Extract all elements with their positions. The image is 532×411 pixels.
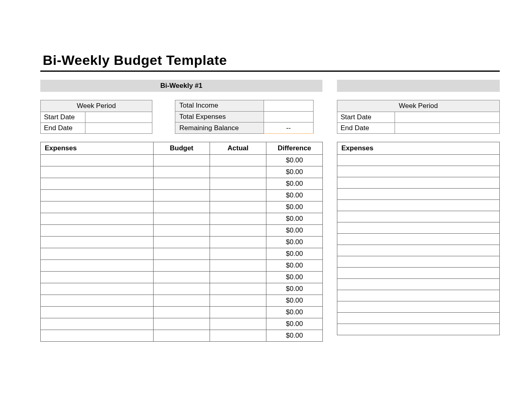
budget-cell[interactable] [154, 260, 210, 272]
expense-name-cell[interactable] [337, 200, 500, 211]
expense-name-cell[interactable] [337, 177, 500, 189]
expense-name-cell[interactable] [41, 307, 154, 318]
end-date-label-2: End Date [337, 123, 395, 134]
budget-cell[interactable] [154, 330, 210, 342]
expense-name-cell[interactable] [337, 256, 500, 268]
table-row [337, 313, 500, 324]
budget-cell[interactable] [154, 248, 210, 260]
expense-name-cell[interactable] [41, 330, 154, 342]
table-row: $0.00 [41, 213, 323, 225]
end-date-value-2[interactable] [395, 123, 499, 134]
actual-cell[interactable] [210, 225, 266, 237]
budget-cell[interactable] [154, 201, 210, 213]
expense-name-cell[interactable] [337, 301, 500, 313]
total-income-value[interactable] [264, 100, 313, 112]
budget-cell[interactable] [154, 295, 210, 307]
difference-cell: $0.00 [266, 318, 323, 330]
table-row [337, 301, 500, 313]
budget-cell[interactable] [154, 155, 210, 166]
expense-name-cell[interactable] [41, 295, 154, 307]
actual-cell[interactable] [210, 283, 266, 295]
start-date-value[interactable] [85, 112, 152, 123]
budget-cell[interactable] [154, 213, 210, 225]
table-row: $0.00 [41, 155, 323, 166]
expense-name-cell[interactable] [337, 211, 500, 222]
expense-name-cell[interactable] [337, 245, 500, 256]
table-row: $0.00 [41, 260, 323, 272]
budget-cell[interactable] [154, 307, 210, 318]
expense-name-cell[interactable] [41, 237, 154, 248]
expense-name-cell[interactable] [41, 318, 154, 330]
expense-name-cell[interactable] [337, 313, 500, 324]
total-expenses-label: Total Expenses [175, 111, 264, 122]
actual-cell[interactable] [210, 318, 266, 330]
expense-name-cell[interactable] [41, 225, 154, 237]
table-row: $0.00 [41, 225, 323, 237]
budget-cell[interactable] [154, 272, 210, 283]
difference-cell: $0.00 [266, 248, 323, 260]
expense-name-cell[interactable] [337, 234, 500, 245]
expense-name-cell[interactable] [41, 260, 154, 272]
table-row [337, 211, 500, 222]
expense-name-cell[interactable] [41, 213, 154, 225]
expense-name-cell[interactable] [41, 166, 154, 178]
total-expenses-value[interactable] [264, 111, 313, 122]
budget-cell[interactable] [154, 283, 210, 295]
expense-name-cell[interactable] [41, 190, 154, 201]
actual-cell[interactable] [210, 166, 266, 178]
biweekly-1-column: Bi-Weekly #1 Week Period Start Date End … [40, 80, 322, 342]
actual-cell[interactable] [210, 330, 266, 342]
col-expenses-2: Expenses [337, 142, 500, 155]
table-row [337, 290, 500, 301]
expense-name-cell[interactable] [41, 201, 154, 213]
actual-cell[interactable] [210, 155, 266, 166]
actual-cell[interactable] [210, 307, 266, 318]
expenses-table-2: Expenses [337, 142, 500, 335]
expense-name-cell[interactable] [337, 279, 500, 290]
actual-cell[interactable] [210, 178, 266, 190]
budget-cell[interactable] [154, 178, 210, 190]
expense-name-cell[interactable] [41, 248, 154, 260]
expense-name-cell[interactable] [337, 189, 500, 200]
remaining-balance-value: -- [264, 122, 313, 134]
difference-cell: $0.00 [266, 225, 323, 237]
expense-name-cell[interactable] [337, 166, 500, 177]
actual-cell[interactable] [210, 260, 266, 272]
expense-name-cell[interactable] [337, 290, 500, 301]
col-expenses: Expenses [41, 142, 154, 155]
end-date-value[interactable] [85, 123, 152, 134]
expense-name-cell[interactable] [337, 222, 500, 234]
start-date-label-2: Start Date [337, 112, 395, 123]
table-row [337, 279, 500, 290]
biweekly-2-column: Week Period Start Date End Date Expenses [337, 80, 500, 342]
budget-cell[interactable] [154, 225, 210, 237]
table-row [337, 222, 500, 234]
actual-cell[interactable] [210, 190, 266, 201]
expenses-table: Expenses Budget Actual Difference $0.00$… [40, 142, 323, 342]
difference-cell: $0.00 [266, 155, 323, 166]
table-row: $0.00 [41, 201, 323, 213]
expense-name-cell[interactable] [337, 324, 500, 335]
actual-cell[interactable] [210, 295, 266, 307]
budget-cell[interactable] [154, 237, 210, 248]
table-row: $0.00 [41, 190, 323, 201]
actual-cell[interactable] [210, 248, 266, 260]
expense-name-cell[interactable] [337, 268, 500, 279]
actual-cell[interactable] [210, 213, 266, 225]
expense-name-cell[interactable] [41, 155, 154, 166]
col-difference: Difference [266, 142, 323, 155]
start-date-value-2[interactable] [395, 112, 499, 123]
actual-cell[interactable] [210, 272, 266, 283]
budget-cell[interactable] [154, 318, 210, 330]
expense-name-cell[interactable] [337, 155, 500, 166]
expense-name-cell[interactable] [41, 178, 154, 190]
budget-cell[interactable] [154, 190, 210, 201]
difference-cell: $0.00 [266, 201, 323, 213]
actual-cell[interactable] [210, 237, 266, 248]
actual-cell[interactable] [210, 201, 266, 213]
week-period-table-2: Week Period Start Date End Date [337, 100, 500, 134]
budget-cell[interactable] [154, 166, 210, 178]
expense-name-cell[interactable] [41, 283, 154, 295]
difference-cell: $0.00 [266, 307, 323, 318]
expense-name-cell[interactable] [41, 272, 154, 283]
